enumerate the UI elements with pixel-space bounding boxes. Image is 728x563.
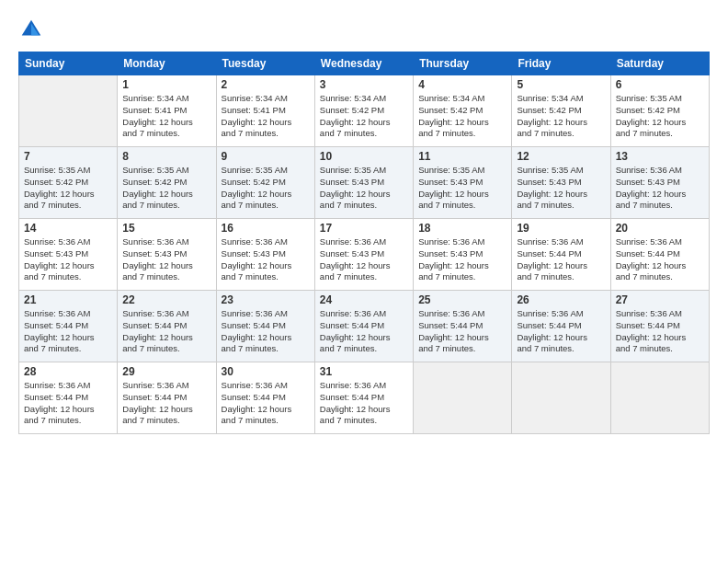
day-info: Sunrise: 5:36 AM Sunset: 5:43 PM Dayligh… <box>222 236 310 283</box>
day-info: Sunrise: 5:36 AM Sunset: 5:44 PM Dayligh… <box>222 308 310 355</box>
day-number: 7 <box>24 150 112 163</box>
day-number: 21 <box>24 293 112 306</box>
calendar-cell: 30Sunrise: 5:36 AM Sunset: 5:44 PM Dayli… <box>216 362 314 434</box>
calendar-cell: 14Sunrise: 5:36 AM Sunset: 5:43 PM Dayli… <box>19 219 118 291</box>
day-info: Sunrise: 5:34 AM Sunset: 5:42 PM Dayligh… <box>320 93 408 140</box>
day-number: 30 <box>222 365 310 378</box>
calendar-week-row: 14Sunrise: 5:36 AM Sunset: 5:43 PM Dayli… <box>19 219 710 291</box>
calendar-cell: 20Sunrise: 5:36 AM Sunset: 5:44 PM Dayli… <box>610 219 709 291</box>
calendar-cell: 7Sunrise: 5:35 AM Sunset: 5:42 PM Daylig… <box>19 147 118 219</box>
calendar-cell: 5Sunrise: 5:34 AM Sunset: 5:42 PM Daylig… <box>512 75 610 147</box>
logo-icon <box>18 17 44 42</box>
calendar-header-wednesday: Wednesday <box>314 52 413 75</box>
calendar-cell: 17Sunrise: 5:36 AM Sunset: 5:43 PM Dayli… <box>314 219 413 291</box>
day-info: Sunrise: 5:36 AM Sunset: 5:44 PM Dayligh… <box>418 308 506 355</box>
day-info: Sunrise: 5:36 AM Sunset: 5:43 PM Dayligh… <box>320 236 408 283</box>
day-number: 9 <box>222 150 310 163</box>
day-info: Sunrise: 5:35 AM Sunset: 5:42 PM Dayligh… <box>616 93 704 140</box>
day-info: Sunrise: 5:36 AM Sunset: 5:44 PM Dayligh… <box>616 308 704 355</box>
header <box>18 17 710 42</box>
day-number: 25 <box>418 293 506 306</box>
calendar-cell: 12Sunrise: 5:35 AM Sunset: 5:43 PM Dayli… <box>512 147 610 219</box>
day-info: Sunrise: 5:36 AM Sunset: 5:44 PM Dayligh… <box>517 308 605 355</box>
day-info: Sunrise: 5:36 AM Sunset: 5:44 PM Dayligh… <box>320 380 408 427</box>
calendar-week-row: 21Sunrise: 5:36 AM Sunset: 5:44 PM Dayli… <box>19 291 710 362</box>
calendar-cell: 21Sunrise: 5:36 AM Sunset: 5:44 PM Dayli… <box>19 291 118 362</box>
calendar-header-sunday: Sunday <box>19 52 118 75</box>
day-number: 12 <box>517 150 605 163</box>
calendar-cell: 26Sunrise: 5:36 AM Sunset: 5:44 PM Dayli… <box>512 291 610 362</box>
calendar-table: SundayMondayTuesdayWednesdayThursdayFrid… <box>18 52 710 434</box>
day-number: 24 <box>320 293 408 306</box>
calendar-cell: 4Sunrise: 5:34 AM Sunset: 5:42 PM Daylig… <box>414 75 512 147</box>
calendar-cell: 28Sunrise: 5:36 AM Sunset: 5:44 PM Dayli… <box>19 362 118 434</box>
day-number: 22 <box>122 293 210 306</box>
day-number: 18 <box>418 222 506 235</box>
day-number: 1 <box>122 78 210 91</box>
calendar-cell <box>414 362 512 434</box>
day-number: 13 <box>616 150 704 163</box>
day-info: Sunrise: 5:34 AM Sunset: 5:42 PM Dayligh… <box>418 93 506 140</box>
calendar-header-row: SundayMondayTuesdayWednesdayThursdayFrid… <box>19 52 710 75</box>
day-info: Sunrise: 5:35 AM Sunset: 5:43 PM Dayligh… <box>320 165 408 212</box>
calendar-cell: 18Sunrise: 5:36 AM Sunset: 5:43 PM Dayli… <box>414 219 512 291</box>
calendar-cell: 23Sunrise: 5:36 AM Sunset: 5:44 PM Dayli… <box>216 291 314 362</box>
calendar-cell: 1Sunrise: 5:34 AM Sunset: 5:41 PM Daylig… <box>118 75 216 147</box>
day-info: Sunrise: 5:36 AM Sunset: 5:44 PM Dayligh… <box>24 380 112 427</box>
day-info: Sunrise: 5:35 AM Sunset: 5:42 PM Dayligh… <box>222 165 310 212</box>
day-number: 3 <box>320 78 408 91</box>
calendar-cell: 31Sunrise: 5:36 AM Sunset: 5:44 PM Dayli… <box>314 362 413 434</box>
day-number: 5 <box>517 78 605 91</box>
day-number: 8 <box>122 150 210 163</box>
calendar-cell <box>19 75 118 147</box>
calendar-header-saturday: Saturday <box>610 52 709 75</box>
day-info: Sunrise: 5:35 AM Sunset: 5:42 PM Dayligh… <box>24 165 112 212</box>
day-info: Sunrise: 5:35 AM Sunset: 5:43 PM Dayligh… <box>418 165 506 212</box>
day-info: Sunrise: 5:36 AM Sunset: 5:44 PM Dayligh… <box>222 380 310 427</box>
day-number: 4 <box>418 78 506 91</box>
calendar-week-row: 7Sunrise: 5:35 AM Sunset: 5:42 PM Daylig… <box>19 147 710 219</box>
calendar-header-friday: Friday <box>512 52 610 75</box>
calendar-week-row: 1Sunrise: 5:34 AM Sunset: 5:41 PM Daylig… <box>19 75 710 147</box>
calendar-cell: 22Sunrise: 5:36 AM Sunset: 5:44 PM Dayli… <box>118 291 216 362</box>
day-info: Sunrise: 5:36 AM Sunset: 5:43 PM Dayligh… <box>418 236 506 283</box>
calendar-cell: 27Sunrise: 5:36 AM Sunset: 5:44 PM Dayli… <box>610 291 709 362</box>
calendar-cell: 2Sunrise: 5:34 AM Sunset: 5:41 PM Daylig… <box>216 75 314 147</box>
calendar-cell: 15Sunrise: 5:36 AM Sunset: 5:43 PM Dayli… <box>118 219 216 291</box>
day-info: Sunrise: 5:34 AM Sunset: 5:41 PM Dayligh… <box>122 93 210 140</box>
calendar-cell: 16Sunrise: 5:36 AM Sunset: 5:43 PM Dayli… <box>216 219 314 291</box>
day-number: 26 <box>517 293 605 306</box>
day-number: 2 <box>222 78 310 91</box>
day-info: Sunrise: 5:35 AM Sunset: 5:42 PM Dayligh… <box>122 165 210 212</box>
calendar-cell: 3Sunrise: 5:34 AM Sunset: 5:42 PM Daylig… <box>314 75 413 147</box>
day-number: 10 <box>320 150 408 163</box>
day-number: 31 <box>320 365 408 378</box>
calendar-week-row: 28Sunrise: 5:36 AM Sunset: 5:44 PM Dayli… <box>19 362 710 434</box>
day-number: 6 <box>616 78 704 91</box>
calendar-header-tuesday: Tuesday <box>216 52 314 75</box>
day-info: Sunrise: 5:36 AM Sunset: 5:44 PM Dayligh… <box>122 308 210 355</box>
day-info: Sunrise: 5:36 AM Sunset: 5:44 PM Dayligh… <box>616 236 704 283</box>
calendar-cell: 11Sunrise: 5:35 AM Sunset: 5:43 PM Dayli… <box>414 147 512 219</box>
day-number: 17 <box>320 222 408 235</box>
day-info: Sunrise: 5:36 AM Sunset: 5:44 PM Dayligh… <box>320 308 408 355</box>
calendar-cell <box>512 362 610 434</box>
day-info: Sunrise: 5:36 AM Sunset: 5:43 PM Dayligh… <box>122 236 210 283</box>
day-number: 16 <box>222 222 310 235</box>
calendar-cell: 10Sunrise: 5:35 AM Sunset: 5:43 PM Dayli… <box>314 147 413 219</box>
calendar-header-monday: Monday <box>118 52 216 75</box>
day-number: 20 <box>616 222 704 235</box>
day-info: Sunrise: 5:36 AM Sunset: 5:43 PM Dayligh… <box>24 236 112 283</box>
day-number: 11 <box>418 150 506 163</box>
day-info: Sunrise: 5:35 AM Sunset: 5:43 PM Dayligh… <box>517 165 605 212</box>
calendar-cell: 6Sunrise: 5:35 AM Sunset: 5:42 PM Daylig… <box>610 75 709 147</box>
calendar-cell: 29Sunrise: 5:36 AM Sunset: 5:44 PM Dayli… <box>118 362 216 434</box>
calendar-cell: 19Sunrise: 5:36 AM Sunset: 5:44 PM Dayli… <box>512 219 610 291</box>
page: SundayMondayTuesdayWednesdayThursdayFrid… <box>0 0 728 563</box>
day-number: 14 <box>24 222 112 235</box>
day-info: Sunrise: 5:34 AM Sunset: 5:41 PM Dayligh… <box>222 93 310 140</box>
day-info: Sunrise: 5:36 AM Sunset: 5:44 PM Dayligh… <box>122 380 210 427</box>
calendar-cell: 24Sunrise: 5:36 AM Sunset: 5:44 PM Dayli… <box>314 291 413 362</box>
day-number: 15 <box>122 222 210 235</box>
calendar-cell: 8Sunrise: 5:35 AM Sunset: 5:42 PM Daylig… <box>118 147 216 219</box>
